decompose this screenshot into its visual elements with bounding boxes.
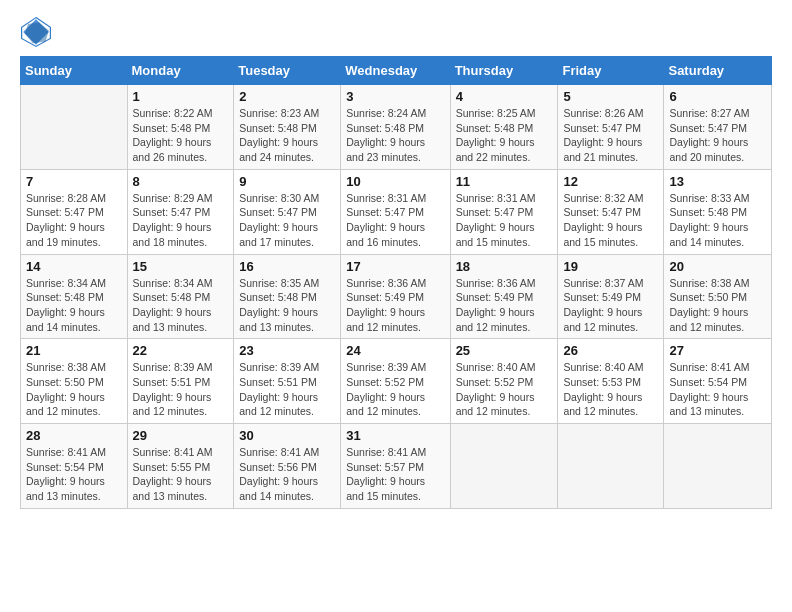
calendar-cell: 22Sunrise: 8:39 AMSunset: 5:51 PMDayligh… [127, 339, 234, 424]
day-number: 2 [239, 89, 335, 104]
day-number: 19 [563, 259, 658, 274]
calendar-cell: 24Sunrise: 8:39 AMSunset: 5:52 PMDayligh… [341, 339, 450, 424]
calendar-cell: 28Sunrise: 8:41 AMSunset: 5:54 PMDayligh… [21, 424, 128, 509]
day-number: 31 [346, 428, 444, 443]
calendar-cell [450, 424, 558, 509]
day-info: Sunrise: 8:31 AMSunset: 5:47 PMDaylight:… [456, 191, 553, 250]
day-number: 30 [239, 428, 335, 443]
day-number: 21 [26, 343, 122, 358]
day-info: Sunrise: 8:36 AMSunset: 5:49 PMDaylight:… [346, 276, 444, 335]
calendar-cell: 6Sunrise: 8:27 AMSunset: 5:47 PMDaylight… [664, 85, 772, 170]
day-info: Sunrise: 8:31 AMSunset: 5:47 PMDaylight:… [346, 191, 444, 250]
day-info: Sunrise: 8:37 AMSunset: 5:49 PMDaylight:… [563, 276, 658, 335]
calendar-cell: 8Sunrise: 8:29 AMSunset: 5:47 PMDaylight… [127, 169, 234, 254]
day-info: Sunrise: 8:28 AMSunset: 5:47 PMDaylight:… [26, 191, 122, 250]
day-number: 4 [456, 89, 553, 104]
day-info: Sunrise: 8:29 AMSunset: 5:47 PMDaylight:… [133, 191, 229, 250]
day-number: 11 [456, 174, 553, 189]
day-info: Sunrise: 8:41 AMSunset: 5:54 PMDaylight:… [669, 360, 766, 419]
calendar-cell: 20Sunrise: 8:38 AMSunset: 5:50 PMDayligh… [664, 254, 772, 339]
day-info: Sunrise: 8:38 AMSunset: 5:50 PMDaylight:… [669, 276, 766, 335]
weekday-header-thursday: Thursday [450, 57, 558, 85]
day-info: Sunrise: 8:41 AMSunset: 5:54 PMDaylight:… [26, 445, 122, 504]
day-number: 5 [563, 89, 658, 104]
day-info: Sunrise: 8:39 AMSunset: 5:51 PMDaylight:… [239, 360, 335, 419]
day-info: Sunrise: 8:26 AMSunset: 5:47 PMDaylight:… [563, 106, 658, 165]
calendar-cell: 15Sunrise: 8:34 AMSunset: 5:48 PMDayligh… [127, 254, 234, 339]
day-number: 3 [346, 89, 444, 104]
page-container: SundayMondayTuesdayWednesdayThursdayFrid… [0, 0, 792, 519]
day-info: Sunrise: 8:41 AMSunset: 5:57 PMDaylight:… [346, 445, 444, 504]
calendar-cell: 29Sunrise: 8:41 AMSunset: 5:55 PMDayligh… [127, 424, 234, 509]
calendar-cell [664, 424, 772, 509]
day-info: Sunrise: 8:23 AMSunset: 5:48 PMDaylight:… [239, 106, 335, 165]
calendar-cell: 9Sunrise: 8:30 AMSunset: 5:47 PMDaylight… [234, 169, 341, 254]
calendar-cell: 13Sunrise: 8:33 AMSunset: 5:48 PMDayligh… [664, 169, 772, 254]
day-number: 17 [346, 259, 444, 274]
day-info: Sunrise: 8:41 AMSunset: 5:56 PMDaylight:… [239, 445, 335, 504]
calendar-cell: 26Sunrise: 8:40 AMSunset: 5:53 PMDayligh… [558, 339, 664, 424]
calendar-cell: 7Sunrise: 8:28 AMSunset: 5:47 PMDaylight… [21, 169, 128, 254]
day-info: Sunrise: 8:36 AMSunset: 5:49 PMDaylight:… [456, 276, 553, 335]
day-number: 14 [26, 259, 122, 274]
calendar-cell: 1Sunrise: 8:22 AMSunset: 5:48 PMDaylight… [127, 85, 234, 170]
day-number: 6 [669, 89, 766, 104]
calendar-week-row: 28Sunrise: 8:41 AMSunset: 5:54 PMDayligh… [21, 424, 772, 509]
day-info: Sunrise: 8:34 AMSunset: 5:48 PMDaylight:… [133, 276, 229, 335]
day-number: 26 [563, 343, 658, 358]
header [20, 16, 772, 48]
calendar-cell: 14Sunrise: 8:34 AMSunset: 5:48 PMDayligh… [21, 254, 128, 339]
day-number: 22 [133, 343, 229, 358]
calendar-week-row: 14Sunrise: 8:34 AMSunset: 5:48 PMDayligh… [21, 254, 772, 339]
weekday-header-row: SundayMondayTuesdayWednesdayThursdayFrid… [21, 57, 772, 85]
calendar-week-row: 1Sunrise: 8:22 AMSunset: 5:48 PMDaylight… [21, 85, 772, 170]
calendar-week-row: 21Sunrise: 8:38 AMSunset: 5:50 PMDayligh… [21, 339, 772, 424]
calendar-cell: 5Sunrise: 8:26 AMSunset: 5:47 PMDaylight… [558, 85, 664, 170]
day-number: 12 [563, 174, 658, 189]
calendar-cell [558, 424, 664, 509]
svg-marker-2 [25, 22, 49, 43]
day-number: 13 [669, 174, 766, 189]
day-info: Sunrise: 8:35 AMSunset: 5:48 PMDaylight:… [239, 276, 335, 335]
day-info: Sunrise: 8:39 AMSunset: 5:52 PMDaylight:… [346, 360, 444, 419]
day-info: Sunrise: 8:24 AMSunset: 5:48 PMDaylight:… [346, 106, 444, 165]
day-info: Sunrise: 8:41 AMSunset: 5:55 PMDaylight:… [133, 445, 229, 504]
calendar-cell: 25Sunrise: 8:40 AMSunset: 5:52 PMDayligh… [450, 339, 558, 424]
day-info: Sunrise: 8:39 AMSunset: 5:51 PMDaylight:… [133, 360, 229, 419]
weekday-header-wednesday: Wednesday [341, 57, 450, 85]
day-number: 1 [133, 89, 229, 104]
calendar-cell: 18Sunrise: 8:36 AMSunset: 5:49 PMDayligh… [450, 254, 558, 339]
weekday-header-tuesday: Tuesday [234, 57, 341, 85]
calendar-cell: 27Sunrise: 8:41 AMSunset: 5:54 PMDayligh… [664, 339, 772, 424]
logo [20, 16, 56, 48]
calendar-cell: 30Sunrise: 8:41 AMSunset: 5:56 PMDayligh… [234, 424, 341, 509]
weekday-header-monday: Monday [127, 57, 234, 85]
day-number: 23 [239, 343, 335, 358]
calendar-cell: 23Sunrise: 8:39 AMSunset: 5:51 PMDayligh… [234, 339, 341, 424]
calendar-cell: 21Sunrise: 8:38 AMSunset: 5:50 PMDayligh… [21, 339, 128, 424]
calendar-cell: 3Sunrise: 8:24 AMSunset: 5:48 PMDaylight… [341, 85, 450, 170]
day-info: Sunrise: 8:25 AMSunset: 5:48 PMDaylight:… [456, 106, 553, 165]
day-number: 20 [669, 259, 766, 274]
calendar-table: SundayMondayTuesdayWednesdayThursdayFrid… [20, 56, 772, 509]
day-number: 9 [239, 174, 335, 189]
calendar-week-row: 7Sunrise: 8:28 AMSunset: 5:47 PMDaylight… [21, 169, 772, 254]
calendar-cell: 16Sunrise: 8:35 AMSunset: 5:48 PMDayligh… [234, 254, 341, 339]
calendar-cell: 12Sunrise: 8:32 AMSunset: 5:47 PMDayligh… [558, 169, 664, 254]
weekday-header-sunday: Sunday [21, 57, 128, 85]
calendar-cell: 19Sunrise: 8:37 AMSunset: 5:49 PMDayligh… [558, 254, 664, 339]
day-number: 25 [456, 343, 553, 358]
calendar-cell: 17Sunrise: 8:36 AMSunset: 5:49 PMDayligh… [341, 254, 450, 339]
weekday-header-friday: Friday [558, 57, 664, 85]
day-info: Sunrise: 8:30 AMSunset: 5:47 PMDaylight:… [239, 191, 335, 250]
day-number: 15 [133, 259, 229, 274]
day-number: 7 [26, 174, 122, 189]
day-number: 29 [133, 428, 229, 443]
day-info: Sunrise: 8:40 AMSunset: 5:53 PMDaylight:… [563, 360, 658, 419]
day-info: Sunrise: 8:22 AMSunset: 5:48 PMDaylight:… [133, 106, 229, 165]
day-number: 27 [669, 343, 766, 358]
day-number: 28 [26, 428, 122, 443]
calendar-cell: 2Sunrise: 8:23 AMSunset: 5:48 PMDaylight… [234, 85, 341, 170]
calendar-cell: 10Sunrise: 8:31 AMSunset: 5:47 PMDayligh… [341, 169, 450, 254]
logo-icon [20, 16, 52, 48]
